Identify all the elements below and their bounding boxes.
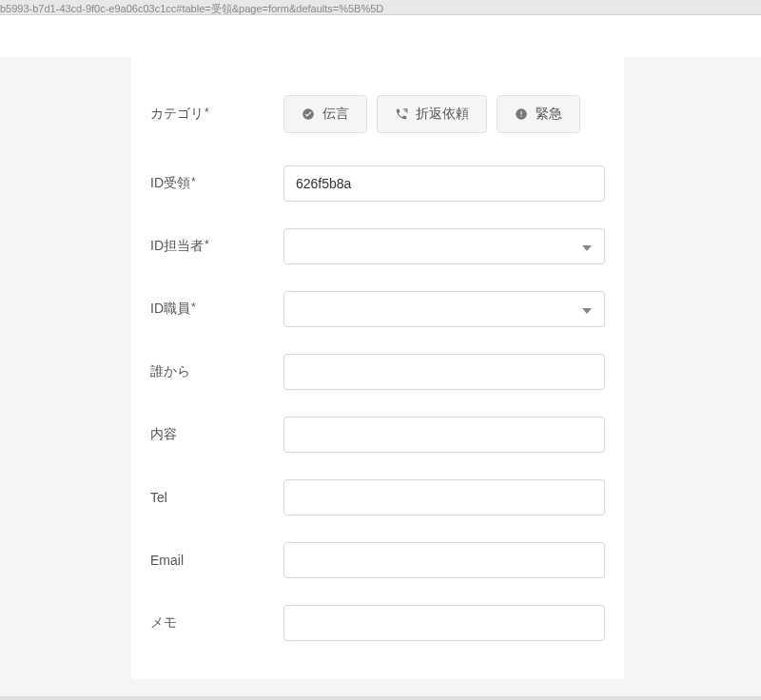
id-staff-value [283, 291, 605, 327]
label-id-staff: ID職員 * [150, 301, 283, 318]
label-content: 内容 [150, 426, 283, 443]
alert-circle-icon [515, 107, 528, 121]
category-label: 緊急 [536, 106, 562, 123]
label-text: Tel [150, 490, 167, 505]
row-from-whom: 誰から [131, 354, 624, 390]
email-input[interactable] [283, 542, 605, 578]
row-email: Email [131, 542, 624, 578]
category-label: 伝言 [322, 106, 349, 123]
id-staff-select[interactable] [283, 291, 605, 327]
label-text: ID受領 [150, 175, 190, 192]
required-mark: * [205, 238, 209, 251]
category-callback-button[interactable]: 折返依頼 [377, 95, 487, 133]
row-memo: メモ [131, 605, 624, 641]
required-mark: * [205, 106, 209, 119]
category-button-group: 伝言 折返依頼 緊急 [283, 95, 605, 133]
label-email: Email [150, 553, 283, 568]
tel-input[interactable] [283, 479, 605, 515]
form-card: カテゴリ * 伝言 [131, 57, 624, 679]
category-urgent-button[interactable]: 緊急 [497, 95, 580, 133]
memo-input[interactable] [283, 605, 605, 641]
label-text: ID職員 [150, 301, 190, 318]
id-manager-select[interactable] [283, 228, 605, 264]
required-mark: * [191, 175, 196, 188]
label-text: 内容 [150, 426, 177, 443]
row-content: 内容 [131, 417, 624, 453]
from-whom-input[interactable] [283, 354, 605, 390]
label-text: ID担当者 [150, 238, 204, 255]
phone-callback-icon [395, 107, 408, 121]
header-spacer [0, 15, 761, 57]
row-category: カテゴリ * 伝言 [131, 95, 624, 133]
label-text: 誰から [150, 363, 190, 380]
row-tel: Tel [131, 479, 624, 515]
url-fragment: b5993-b7d1-43cd-9f0c-e9a06c03c1cc#table=… [0, 0, 761, 15]
check-circle-icon [302, 107, 315, 121]
required-mark: * [191, 301, 196, 314]
label-memo: メモ [150, 614, 283, 632]
label-text: Email [150, 553, 184, 568]
bottom-edge [0, 696, 761, 700]
label-text: カテゴリ [150, 106, 204, 123]
content-input[interactable] [283, 417, 605, 453]
id-receipt-input[interactable] [283, 165, 605, 202]
row-id-receipt: ID受領 * [131, 165, 624, 202]
label-tel: Tel [150, 490, 283, 505]
label-text: メモ [150, 614, 177, 632]
label-id-manager: ID担当者 * [150, 238, 283, 255]
label-from-whom: 誰から [150, 363, 283, 380]
row-id-staff: ID職員 * [131, 291, 624, 327]
row-id-manager: ID担当者 * [131, 228, 624, 264]
category-dengon-button[interactable]: 伝言 [283, 95, 367, 133]
label-category: カテゴリ * [150, 106, 283, 123]
label-id-receipt: ID受領 * [150, 175, 283, 192]
id-manager-value [283, 228, 605, 264]
category-label: 折返依頼 [416, 106, 469, 123]
